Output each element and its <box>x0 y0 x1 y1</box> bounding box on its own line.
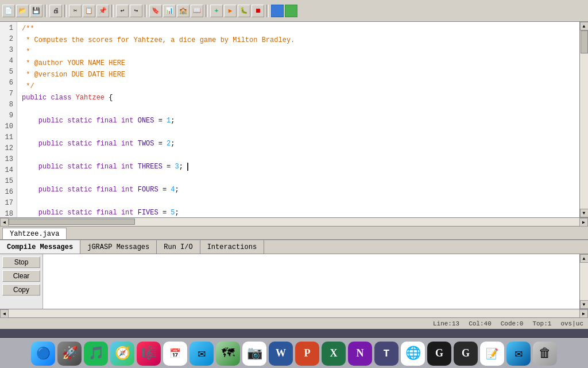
save-button[interactable]: 💾 <box>30 5 42 17</box>
dock-launchpad[interactable]: 🚀 <box>57 342 82 366</box>
scroll-right-button[interactable]: ▶ <box>579 218 588 227</box>
dock-excel[interactable]: X <box>322 342 346 366</box>
paste-button[interactable]: 📌 <box>96 5 109 17</box>
toolbar-sep-2 <box>64 5 67 17</box>
scroll-thumb[interactable] <box>581 30 588 53</box>
scroll-left-button[interactable]: ◀ <box>0 218 9 227</box>
dock-game2[interactable]: G <box>454 342 478 366</box>
dock-photos[interactable]: 📷 <box>242 342 266 366</box>
dock-finder[interactable]: 🔵 <box>31 342 55 366</box>
msg-scroll-up[interactable]: ▲ <box>580 254 589 263</box>
messages-vscrollbar[interactable]: ▲ ▼ <box>579 254 588 309</box>
class-button[interactable]: 🏫 <box>177 5 189 17</box>
file-tab-label: Yahtzee.java <box>10 230 59 238</box>
new-file-button[interactable]: 📄 <box>2 5 15 17</box>
dock-powerpoint[interactable]: P <box>295 342 319 366</box>
clear-button[interactable]: Clear <box>2 270 40 282</box>
messages-tabs: Compile Messages jGRASP Messages Run I/O… <box>0 240 588 254</box>
dock-mail3[interactable]: ✉ <box>506 342 531 366</box>
msg-scroll-down[interactable]: ▼ <box>580 300 589 309</box>
scroll-down-button[interactable]: ▼ <box>580 209 589 217</box>
dock-chrome[interactable]: 🌐 <box>401 342 425 366</box>
undo-button[interactable]: ↩ <box>116 5 129 17</box>
status-bar: Line:13 Col:40 Code:0 Top:1 ovs|uc <box>0 317 588 329</box>
tab-jgrasp-messages[interactable]: jGRASP Messages <box>80 240 157 254</box>
hscroll-thumb[interactable] <box>9 218 135 225</box>
messages-sidebar: Stop Clear Copy <box>0 254 43 309</box>
green-square-button[interactable] <box>285 5 297 17</box>
dock-spotify[interactable]: 🎵 <box>84 342 108 366</box>
bookmark-button[interactable]: 🔖 <box>149 5 162 17</box>
vertical-scrollbar[interactable]: ▲ ▼ <box>579 22 588 217</box>
dock: 🔵 🚀 🎵 🧭 🎼 📅 ✉ 🗺 📷 W P X N T 🌐 G G 📝 ✉ 🗑 <box>0 338 588 368</box>
msg-scroll-left[interactable]: ◀ <box>0 309 9 318</box>
file-tab-bar: Yahtzee.java <box>0 226 588 240</box>
dock-teams[interactable]: T <box>374 342 399 366</box>
tab-interactions[interactable]: Interactions <box>200 240 264 254</box>
compile-button[interactable]: + <box>210 5 223 17</box>
print-button[interactable]: 🖨 <box>49 5 62 17</box>
messages-panel: Compile Messages jGRASP Messages Run I/O… <box>0 240 588 317</box>
status-mode: ovs|uc <box>560 320 583 327</box>
dock-itunes[interactable]: 🎼 <box>137 342 161 366</box>
cut-button[interactable]: ✂ <box>69 5 82 17</box>
main-app: 📄 📂 💾 🖨 ✂ 📋 📌 ↩ ↪ 🔖 📊 🏫 📖 + ▶ 🐛 ⏹ 1 2 <box>0 0 588 338</box>
run-button[interactable]: ▶ <box>224 5 237 17</box>
dock-onenote[interactable]: N <box>348 342 372 366</box>
status-line: Line:13 <box>433 320 459 327</box>
dock-mail2[interactable]: ✉ <box>189 342 214 366</box>
stop-button[interactable]: Stop <box>2 256 40 268</box>
editor-container: 1 2 3 4 5 6 7 8 9 10 11 12 13 14 15 16 1… <box>0 22 588 226</box>
scroll-up-button[interactable]: ▲ <box>580 22 589 30</box>
status-code: Code:0 <box>501 320 524 327</box>
scroll-track[interactable] <box>580 30 588 209</box>
book-button[interactable]: 📖 <box>191 5 203 17</box>
status-top: Top:1 <box>532 320 551 327</box>
messages-hscrollbar[interactable]: ◀ ▶ <box>0 309 588 317</box>
copy-messages-button[interactable]: Copy <box>2 284 40 296</box>
editor-main: 1 2 3 4 5 6 7 8 9 10 11 12 13 14 15 16 1… <box>0 22 588 217</box>
status-col: Col:40 <box>469 320 492 327</box>
tab-run-io[interactable]: Run I/O <box>157 240 200 254</box>
dock-trash[interactable]: 🗑 <box>533 342 557 366</box>
dock-safari[interactable]: 🧭 <box>110 342 134 366</box>
copy-button[interactable]: 📋 <box>83 5 95 17</box>
messages-content[interactable] <box>43 254 579 309</box>
debug-button[interactable]: 🐛 <box>238 5 250 17</box>
toolbar: 📄 📂 💾 🖨 ✂ 📋 📌 ↩ ↪ 🔖 📊 🏫 📖 + ▶ 🐛 ⏹ <box>0 0 588 22</box>
toolbar-sep-3 <box>111 5 114 17</box>
tab-compile-messages[interactable]: Compile Messages <box>0 240 80 254</box>
blue-square-button[interactable] <box>271 5 284 17</box>
hscroll-track[interactable] <box>9 218 579 226</box>
line-numbers: 1 2 3 4 5 6 7 8 9 10 11 12 13 14 15 16 1… <box>0 22 17 217</box>
dock-word[interactable]: W <box>269 342 293 366</box>
msg-scroll-right[interactable]: ▶ <box>579 309 588 318</box>
horizontal-scrollbar[interactable]: ◀ ▶ <box>0 217 588 226</box>
toolbar-sep-4 <box>145 5 147 17</box>
msg-vtrack[interactable] <box>580 263 588 300</box>
dock-game1[interactable]: G <box>427 342 451 366</box>
chart-button[interactable]: 📊 <box>163 5 176 17</box>
redo-button[interactable]: ↪ <box>130 5 142 17</box>
toolbar-sep-5 <box>206 5 208 17</box>
dock-calendar[interactable]: 📅 <box>163 342 187 366</box>
code-editor[interactable]: /** * Computes the scores for Yahtzee, a… <box>17 22 579 217</box>
toolbar-sep-6 <box>266 5 269 17</box>
dock-maps[interactable]: 🗺 <box>216 342 240 366</box>
dock-notes2[interactable]: 📝 <box>480 342 504 366</box>
stop-toolbar-button[interactable]: ⏹ <box>252 5 264 17</box>
toolbar-sep-1 <box>45 5 47 17</box>
messages-body: Stop Clear Copy ▲ ▼ <box>0 254 588 309</box>
file-tab-yahtzee[interactable]: Yahtzee.java <box>2 228 67 239</box>
open-button[interactable]: 📂 <box>16 5 29 17</box>
msg-htrack[interactable] <box>9 309 579 317</box>
